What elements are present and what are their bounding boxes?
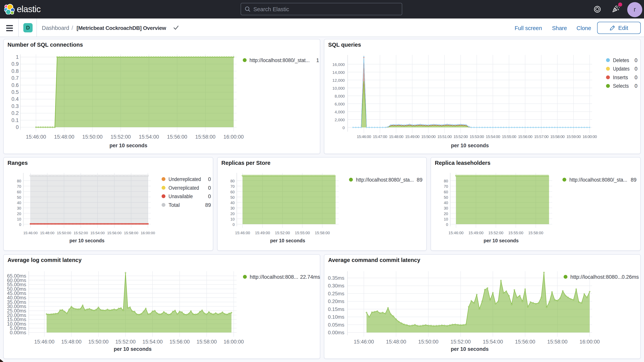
svg-text:15:50:00: 15:50:00	[82, 134, 102, 140]
svg-text:60: 60	[444, 190, 448, 194]
svg-text:0.8: 0.8	[12, 68, 19, 74]
svg-text:Selects: Selects	[613, 83, 629, 89]
svg-text:http://localhost:8080/_sta...: http://localhost:8080/_sta...	[570, 177, 627, 183]
svg-text:40: 40	[444, 201, 448, 205]
svg-text:15:58:00: 15:58:00	[124, 231, 138, 235]
svg-text:70: 70	[230, 184, 235, 188]
svg-text:15:53:00: 15:53:00	[470, 134, 484, 139]
svg-text:per 10 seconds: per 10 seconds	[451, 346, 489, 352]
svg-text:65.00ms: 65.00ms	[7, 273, 26, 279]
svg-text:per 10 seconds: per 10 seconds	[270, 238, 305, 243]
svg-text:15:50:00: 15:50:00	[57, 231, 71, 235]
svg-text:15:56:00: 15:56:00	[107, 231, 122, 235]
svg-text:0.15ms: 0.15ms	[328, 306, 344, 312]
svg-text:20: 20	[444, 212, 448, 216]
svg-text:40: 40	[17, 201, 21, 205]
svg-text:15:46:00: 15:46:00	[448, 231, 464, 235]
svg-text:15:46:00: 15:46:00	[235, 231, 250, 235]
svg-text:89: 89	[631, 177, 636, 183]
svg-text:15:48:00: 15:48:00	[61, 339, 82, 345]
svg-text:Total: Total	[168, 202, 180, 208]
svg-text:15:52:00: 15:52:00	[488, 231, 504, 235]
svg-text:15:46:00: 15:46:00	[26, 134, 46, 140]
svg-text:Overreplicated: Overreplicated	[168, 185, 199, 191]
svg-text:22.74ms: 22.74ms	[300, 274, 320, 280]
svg-text:60: 60	[17, 190, 21, 194]
svg-text:0: 0	[342, 126, 345, 130]
svg-text:15:55:00: 15:55:00	[508, 231, 523, 235]
svg-text:0.25ms: 0.25ms	[328, 291, 344, 296]
svg-text:0: 0	[634, 66, 638, 72]
svg-text:Underreplicated: Underreplicated	[168, 176, 201, 182]
svg-text:15:46:00: 15:46:00	[354, 339, 374, 345]
svg-text:15:52:00: 15:52:00	[110, 134, 131, 140]
svg-text:8,000: 8,000	[334, 94, 345, 98]
svg-text:14,000: 14,000	[332, 70, 345, 74]
svg-text:15:48:00: 15:48:00	[54, 134, 74, 140]
svg-text:15:52:00: 15:52:00	[115, 339, 136, 345]
svg-text:0.10ms: 0.10ms	[328, 314, 344, 320]
svg-text:4,000: 4,000	[334, 110, 345, 114]
svg-text:15:58:00: 15:58:00	[315, 231, 330, 235]
svg-text:15:46:00: 15:46:00	[23, 231, 38, 235]
svg-text:15:57:00: 15:57:00	[534, 134, 548, 139]
svg-text:10,000: 10,000	[332, 86, 345, 90]
svg-text:15:50:00: 15:50:00	[421, 134, 436, 139]
svg-text:0.2: 0.2	[12, 110, 19, 116]
svg-text:50: 50	[230, 195, 235, 200]
svg-text:2,000: 2,000	[334, 118, 345, 122]
svg-text:Inserts: Inserts	[613, 74, 628, 80]
svg-text:per 10 seconds: per 10 seconds	[70, 238, 104, 243]
svg-text:15:54:00: 15:54:00	[142, 339, 163, 345]
svg-text:10: 10	[444, 217, 448, 221]
svg-text:12,000: 12,000	[332, 78, 345, 82]
svg-text:15:50:00: 15:50:00	[418, 339, 438, 345]
svg-text:0: 0	[446, 222, 448, 227]
svg-text:30: 30	[230, 206, 235, 210]
svg-text:70: 70	[17, 184, 21, 188]
svg-text:15:49:00: 15:49:00	[255, 231, 270, 235]
svg-text:0: 0	[634, 58, 638, 63]
svg-text:50: 50	[17, 195, 21, 200]
svg-text:15:47:00: 15:47:00	[373, 134, 387, 139]
svg-text:0.20ms: 0.20ms	[328, 298, 344, 304]
svg-text:0.3: 0.3	[12, 103, 19, 109]
svg-text:16:00:00: 16:00:00	[582, 134, 597, 139]
svg-text:http://localhost:8080/_sta...: http://localhost:8080/_sta...	[356, 177, 414, 183]
svg-text:16:00:00: 16:00:00	[224, 339, 244, 345]
svg-text:0.5: 0.5	[12, 89, 19, 95]
svg-text:50: 50	[444, 195, 448, 200]
svg-text:1: 1	[16, 54, 19, 60]
svg-text:16:00:00: 16:00:00	[224, 134, 244, 140]
svg-text:15:49:00: 15:49:00	[405, 134, 419, 139]
svg-text:15:46:00: 15:46:00	[34, 339, 54, 345]
svg-text:40: 40	[230, 201, 235, 205]
svg-text:16:00:00: 16:00:00	[141, 231, 155, 235]
svg-text:15:54:00: 15:54:00	[483, 339, 503, 345]
svg-text:15:48:00: 15:48:00	[40, 231, 54, 235]
svg-text:16:00:00: 16:00:00	[580, 339, 600, 345]
svg-text:0: 0	[634, 83, 638, 89]
svg-text:per 10 seconds: per 10 seconds	[484, 238, 519, 243]
svg-text:15:54:00: 15:54:00	[486, 134, 500, 139]
svg-text:15:56:00: 15:56:00	[515, 339, 535, 345]
svg-text:80: 80	[17, 179, 21, 183]
svg-text:80: 80	[230, 179, 235, 183]
svg-text:10: 10	[17, 217, 21, 221]
svg-text:0: 0	[19, 222, 21, 227]
svg-text:15:58:00: 15:58:00	[547, 339, 568, 345]
svg-text:15:51:00: 15:51:00	[437, 134, 452, 139]
svg-text:0: 0	[208, 194, 211, 199]
svg-text:0.6: 0.6	[12, 82, 19, 88]
svg-text:15:49:00: 15:49:00	[468, 231, 484, 235]
svg-text:15:56:00: 15:56:00	[167, 134, 187, 140]
svg-text:15:59:00: 15:59:00	[566, 134, 581, 139]
svg-text:0: 0	[208, 185, 211, 191]
svg-text:15:46:00: 15:46:00	[357, 134, 371, 139]
svg-text:0.05ms: 0.05ms	[328, 322, 344, 328]
svg-text:0.7: 0.7	[12, 75, 19, 81]
svg-text:0.1: 0.1	[12, 118, 19, 123]
svg-text:6,000: 6,000	[334, 102, 345, 106]
svg-text:20: 20	[230, 212, 235, 216]
svg-text:89: 89	[417, 177, 422, 183]
